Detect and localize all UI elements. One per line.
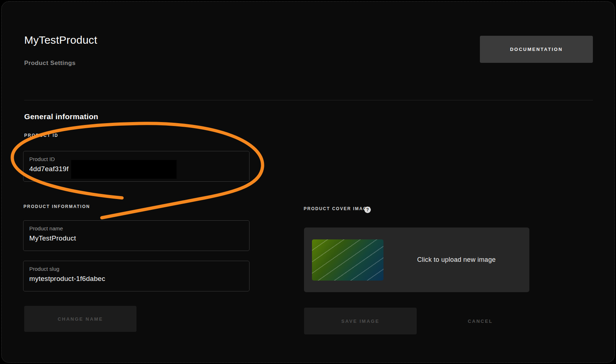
page-title: MyTestProduct (24, 34, 97, 46)
save-image-button[interactable]: SAVE IMAGE (304, 308, 417, 334)
product-cover-image-section-label: PRODUCT COVER IMAGE (304, 206, 371, 211)
screenshot-frame: MyTestProduct Product Settings DOCUMENTA… (1, 1, 615, 363)
product-slug-field[interactable]: Product slug mytestproduct-1f6dabec (23, 261, 250, 291)
documentation-button[interactable]: DOCUMENTATION (480, 36, 593, 63)
page-subtitle: Product Settings (24, 60, 75, 67)
upload-hint-text: Click to upload new image (383, 228, 529, 292)
product-settings-page: MyTestProduct Product Settings DOCUMENTA… (2, 2, 614, 362)
help-icon[interactable]: ? (364, 207, 371, 213)
cancel-button[interactable]: CANCEL (450, 308, 511, 334)
product-name-field-value: MyTestProduct (29, 234, 243, 242)
product-information-section-label: PRODUCT INFORMATION (23, 204, 90, 209)
product-name-field[interactable]: Product name MyTestProduct (23, 220, 250, 251)
product-slug-field-value: mytestproduct-1f6dabec (29, 275, 243, 283)
product-name-field-label: Product name (29, 225, 243, 231)
cover-image-upload-area[interactable]: Click to upload new image (304, 228, 529, 292)
product-slug-field-label: Product slug (29, 266, 243, 272)
header-divider (24, 100, 593, 100)
general-information-heading: General information (24, 112, 98, 121)
redaction-box (71, 160, 177, 179)
change-name-button[interactable]: CHANGE NAME (24, 306, 136, 332)
cover-image-thumbnail (312, 239, 383, 281)
product-id-section-label: PRODUCT ID (24, 133, 58, 138)
